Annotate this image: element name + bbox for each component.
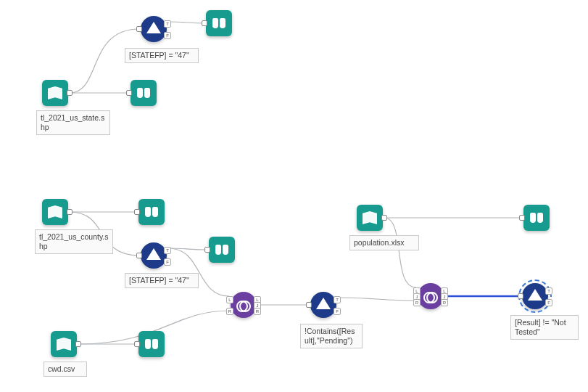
input-cwd-csv[interactable] <box>51 331 77 357</box>
binoculars-icon <box>212 18 225 28</box>
join-icon <box>423 289 438 303</box>
binoculars-icon <box>137 88 150 98</box>
browse-state-direct[interactable] <box>131 80 157 106</box>
browse-population[interactable] <box>523 205 550 231</box>
browse-cwd[interactable] <box>138 331 165 357</box>
book-icon <box>48 86 62 99</box>
filter-state[interactable]: T F <box>141 16 167 42</box>
input-state-shp[interactable] <box>42 80 68 106</box>
book-icon <box>57 338 71 351</box>
filter-state-label: [STATEFP] = "47" <box>125 48 199 63</box>
filter-result[interactable]: T F <box>522 283 548 309</box>
join-county-cwd[interactable]: L L J R R <box>231 292 257 318</box>
filter-icon <box>528 289 542 301</box>
input-population-label: population.xlsx <box>349 235 419 250</box>
browse-county-true[interactable] <box>209 237 235 263</box>
filter-icon <box>316 298 331 309</box>
filter-result-label: [Result] != "Not Tested" <box>510 315 579 340</box>
browse-state-true[interactable] <box>206 10 232 36</box>
filter-icon <box>146 22 161 33</box>
filter-pending-label: !Contains([Result],"Pending") <box>300 324 363 348</box>
join-icon <box>236 298 251 312</box>
binoculars-icon <box>215 245 228 255</box>
join-population[interactable]: L L J J R R <box>418 283 444 309</box>
input-county-label: tl_2021_us_county.shp <box>35 229 113 254</box>
book-icon <box>363 211 377 224</box>
filter-county-label: [STATEFP] = "47" <box>125 273 199 288</box>
input-cwd-label: cwd.csv <box>44 362 87 377</box>
input-population-xlsx[interactable] <box>357 205 383 231</box>
book-icon <box>48 205 62 219</box>
input-state-label: tl_2021_us_state.shp <box>36 110 110 135</box>
binoculars-icon <box>145 207 158 217</box>
binoculars-icon <box>530 213 543 223</box>
filter-pending[interactable]: T F <box>310 292 336 318</box>
binoculars-icon <box>145 339 158 349</box>
input-county-shp[interactable] <box>42 199 68 225</box>
browse-county-direct[interactable] <box>138 199 165 225</box>
filter-icon <box>146 248 161 260</box>
filter-county[interactable]: T F <box>141 242 167 269</box>
